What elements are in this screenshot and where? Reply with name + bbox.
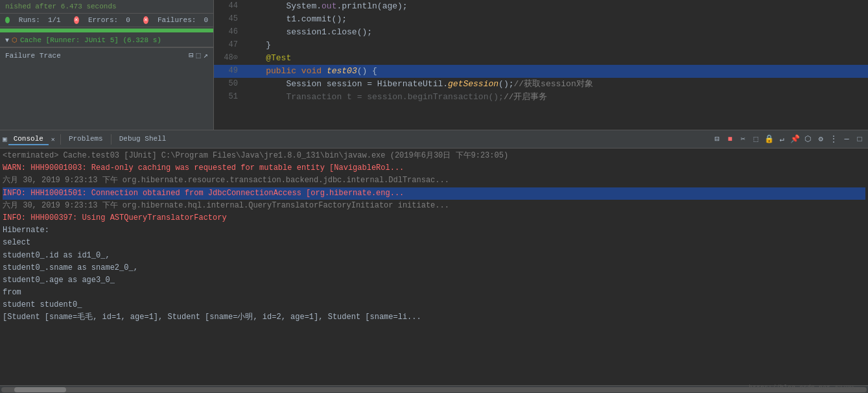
runs-icon [5,17,10,23]
line-content-45: t1.commit(); [243,13,868,26]
maximize-btn[interactable]: □ [854,134,865,145]
line-content-48: @Test [243,52,868,65]
terminated-text: <terminated> Cache.test03 [JUnit] C:\Pro… [3,151,508,160]
scroll-lock-btn[interactable]: 🔒 [763,134,775,145]
tab-problems[interactable]: Problems [64,134,108,145]
runs-value: 1/1 [48,16,61,24]
line-content-51: Transaction t = session.beginTransaction… [243,91,868,104]
tab-console-label: Console [14,135,43,143]
tab-problems-label: Problems [69,135,103,143]
line-content-47: } [243,39,868,52]
runs-label: Runs: [19,16,40,24]
tab-debug-shell-label: Debug Shell [119,135,167,143]
failures-icon: ✕ [143,16,148,24]
left-panel-bottom: Failure Trace ⊟ ⬚ ↗ [0,47,213,130]
copy-output-btn[interactable]: ⬚ [750,134,762,145]
line-number-46: 46 [214,26,243,38]
failure-trace-toolbar: ⊟ ⬚ ↗ [189,51,208,60]
console-from: from [3,287,865,299]
line-number-50: 50 [214,78,243,89]
console-sname: student0_.sname as sname2_0_, [3,262,865,274]
console-age: student0_.age as age3_0_ [3,274,865,287]
test-status-text: nished after 6.473 seconds [5,3,117,10]
failure-trace-header: Failure Trace ⊟ ⬚ ↗ [5,51,208,60]
failure-trace-section: Failure Trace ⊟ ⬚ ↗ [0,47,213,130]
line-content-46: session1.close(); [243,26,868,39]
cache-icon: ⬡ [12,36,18,44]
code-area: 44 System.out.println(age); 45 t1.commit… [214,0,868,130]
expand-arrow-icon: ▼ [5,37,9,44]
line-number-48: 48⊙ [214,52,243,64]
code-line-50: 50 Session session = HibernateUtil.getSe… [214,78,868,91]
console-select: select [3,237,865,249]
line-number-47: 47 [214,39,243,51]
console-warn-1: WARN: HHH90001003: Read-only caching was… [3,162,865,174]
filter-icon[interactable]: ⊟ [189,51,193,60]
settings-btn[interactable]: ⚙ [815,134,827,145]
export-icon[interactable]: ↗ [204,51,208,60]
tab-debug-shell[interactable]: Debug Shell [114,134,172,145]
code-line-48: 48⊙ @Test [214,52,868,65]
code-line-49: 49 public void test03() { [214,65,868,78]
console-info-ast: INFO: HHH000397: Using ASTQueryTranslato… [3,212,865,224]
line-content-44: System.out.println(age); [243,0,868,13]
minimize-btn[interactable]: — [841,134,852,145]
pin-btn[interactable]: 📌 [789,134,801,145]
progress-bar-container [0,29,213,32]
scrollbar-track[interactable] [1,387,867,392]
console-content: <terminated> Cache.test03 [JUnit] C:\Pro… [0,149,868,385]
console-icon: ▣ [3,135,7,143]
console-toolbar: ⊟ ■ ✂ ⬚ 🔒 ↵ 📌 ⬡ ⚙ ⋮ — □ [711,134,865,145]
code-line-47: 47 } [214,39,868,52]
line-number-44: 44 [214,0,243,12]
failures-label: Failures: [158,16,196,24]
console-timestamp-1: 六月 30, 2019 9:23:13 下午 org.hibernate.res… [3,174,865,187]
watermark: https://blog.csdn.net_42700... [749,385,865,392]
console-id: student0_.id as id1_0_, [3,250,865,262]
code-editor: 44 System.out.println(age); 45 t1.commit… [214,0,868,130]
more-btn[interactable]: ⋮ [828,134,839,145]
line-number-51: 51 [214,91,243,102]
console-scrollbar[interactable]: https://blog.csdn.net_42700... [0,385,868,393]
test-runner-panel: nished after 6.473 seconds Runs: 1/1 ✕ E… [0,0,214,130]
console-hibernate: Hibernate: [3,224,865,237]
tab-separator-1 [60,134,61,145]
copy-icon[interactable]: ⬚ [196,51,201,60]
scrollbar-thumb[interactable] [14,387,66,392]
terminated-line: <terminated> Cache.test03 [JUnit] C:\Pro… [3,150,865,162]
code-line-44: 44 System.out.println(age); [214,0,868,13]
console-area: ▣ Console ✕ Problems Debug Shell ⊟ ■ ✂ ⬚… [0,130,868,393]
code-line-46: 46 session1.close(); [214,26,868,39]
clear-console-btn[interactable]: ⊟ [711,134,723,145]
test-stats-row: Runs: 1/1 ✕ Errors: 0 ✕ Failures: 0 [0,14,213,27]
line-number-49: 49 [214,65,243,77]
code-line-51: 51 Transaction t = session.beginTransact… [214,91,868,104]
cache-item[interactable]: ▼ ⬡ Cache [Runner: JUnit 5] (6.328 s) [0,34,213,47]
tab-separator-2 [111,134,111,145]
test-status-bar: nished after 6.473 seconds [0,0,213,14]
failures-value: 0 [204,16,208,24]
word-wrap-btn[interactable]: ↵ [776,134,788,145]
line-number-45: 45 [214,13,243,25]
errors-icon: ✕ [74,16,79,24]
cache-item-label: Cache [Runner: JUnit 5] (6.328 s) [20,36,161,44]
errors-value: 0 [126,16,130,24]
stop-btn[interactable]: ■ [724,134,736,145]
console-info-hhh: INFO: HHH10001501: Connection obtained f… [3,187,865,200]
errors-label: Errors: [88,16,118,24]
failure-trace-label: Failure Trace [5,52,61,60]
progress-bar-fill [0,29,213,32]
console-result: [Student [sname=毛毛, id=1, age=1], Studen… [3,311,865,324]
line-content-50: Session session = HibernateUtil.getSessi… [243,78,868,91]
line-content-49: public void test03() { [243,65,868,78]
tab-console[interactable]: Console [8,134,49,145]
code-line-45: 45 t1.commit(); [214,13,868,26]
disconnect-btn[interactable]: ✂ [737,134,749,145]
console-timestamp-2: 六月 30, 2019 9:23:13 下午 org.hibernate.hql… [3,200,865,212]
open-console-btn[interactable]: ⬡ [802,134,814,145]
console-tabs: ▣ Console ✕ Problems Debug Shell ⊟ ■ ✂ ⬚… [0,130,868,149]
close-console-icon[interactable]: ✕ [51,136,55,143]
console-student: student student0_ [3,299,865,311]
